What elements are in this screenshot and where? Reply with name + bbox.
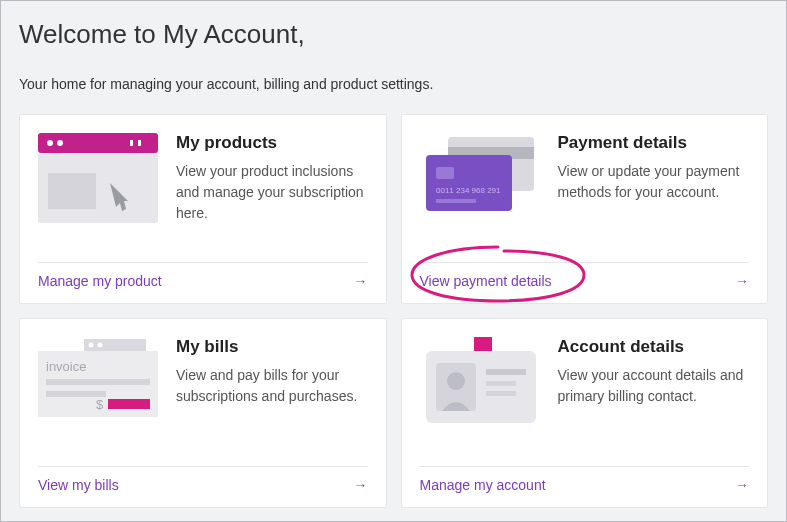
view-payment-details-link[interactable]: View payment details →: [420, 273, 750, 289]
svg-rect-4: [138, 140, 141, 146]
card-account-details: Account details View your account detail…: [401, 318, 769, 508]
card-title: My bills: [176, 337, 368, 357]
arrow-right-icon: →: [354, 273, 368, 289]
arrow-right-icon: →: [735, 477, 749, 493]
arrow-right-icon: →: [354, 477, 368, 493]
svg-rect-12: [436, 199, 476, 203]
card-title: Payment details: [558, 133, 750, 153]
svg-point-2: [57, 140, 63, 146]
action-label: Manage my product: [38, 273, 162, 289]
card-payment-details: 0011 234 968 291 Payment details View or…: [401, 114, 769, 304]
svg-rect-25: [486, 381, 516, 386]
action-label: View my bills: [38, 477, 119, 493]
card-my-bills: invoice $ My bills View and pay bills fo…: [19, 318, 387, 508]
page-subtitle: Your home for managing your account, bil…: [19, 76, 768, 92]
svg-point-1: [47, 140, 53, 146]
svg-rect-24: [486, 369, 526, 375]
svg-rect-10: [436, 167, 454, 179]
page-title: Welcome to My Account,: [19, 19, 768, 50]
card-desc: View or update your payment methods for …: [558, 161, 750, 203]
svg-point-14: [98, 343, 103, 348]
svg-rect-6: [48, 173, 96, 209]
id-card-icon: [420, 337, 540, 452]
manage-my-account-link[interactable]: Manage my account →: [420, 477, 750, 493]
card-title: My products: [176, 133, 368, 153]
svg-rect-3: [130, 140, 133, 146]
svg-point-13: [89, 343, 94, 348]
divider: [38, 466, 368, 467]
invoice-icon: invoice $: [38, 337, 158, 452]
svg-text:0011 234 968 291: 0011 234 968 291: [436, 186, 501, 195]
action-label: View payment details: [420, 273, 552, 289]
divider: [38, 262, 368, 263]
card-my-products: My products View your product inclusions…: [19, 114, 387, 304]
divider: [420, 466, 750, 467]
svg-rect-20: [108, 399, 150, 409]
manage-my-product-link[interactable]: Manage my product →: [38, 273, 368, 289]
card-desc: View and pay bills for your subscription…: [176, 365, 368, 407]
svg-point-23: [447, 372, 465, 390]
svg-rect-17: [46, 379, 150, 385]
browser-window-icon: [38, 133, 158, 248]
card-title: Account details: [558, 337, 750, 357]
cards-grid: My products View your product inclusions…: [19, 114, 768, 508]
svg-rect-26: [486, 391, 516, 396]
svg-text:invoice: invoice: [46, 359, 86, 374]
divider: [420, 262, 750, 263]
action-label: Manage my account: [420, 477, 546, 493]
view-my-bills-link[interactable]: View my bills →: [38, 477, 368, 493]
card-desc: View your product inclusions and manage …: [176, 161, 368, 224]
card-desc: View your account details and primary bi…: [558, 365, 750, 407]
credit-cards-icon: 0011 234 968 291: [420, 133, 540, 248]
svg-text:$: $: [96, 397, 104, 412]
arrow-right-icon: →: [735, 273, 749, 289]
